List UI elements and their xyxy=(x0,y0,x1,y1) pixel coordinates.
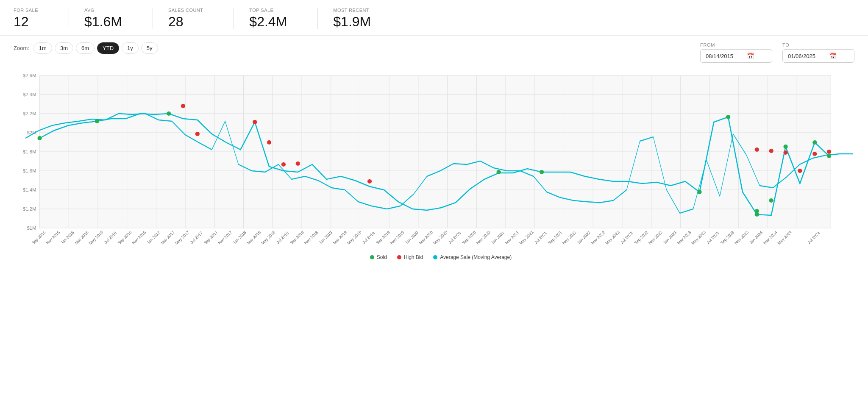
zoom-btn-3m[interactable]: 3m xyxy=(55,42,73,54)
zoom-btn-1y[interactable]: 1y xyxy=(122,42,139,54)
svg-point-54 xyxy=(726,115,730,119)
svg-point-73 xyxy=(827,150,831,154)
svg-point-71 xyxy=(798,169,802,173)
stat-for-sale: FOR SALE 12 xyxy=(14,8,53,29)
most-recent-value: $1.9M xyxy=(333,14,371,29)
svg-text:Jul 2022: Jul 2022 xyxy=(620,231,634,245)
svg-text:May 2017: May 2017 xyxy=(174,230,190,245)
svg-text:$2.4M: $2.4M xyxy=(23,92,36,97)
svg-text:Jan 2021: Jan 2021 xyxy=(490,230,505,245)
svg-text:Mar 2024: Mar 2024 xyxy=(762,230,778,245)
svg-point-53 xyxy=(697,190,701,194)
zoom-btn-1m[interactable]: 1m xyxy=(33,42,52,54)
svg-text:May 2024: May 2024 xyxy=(776,230,793,246)
svg-text:$1.8M: $1.8M xyxy=(23,149,36,154)
svg-text:Jan 2018: Jan 2018 xyxy=(232,230,247,245)
for-sale-label: FOR SALE xyxy=(14,8,38,13)
stat-divider-3 xyxy=(234,8,234,29)
svg-text:Nov 2017: Nov 2017 xyxy=(217,230,233,245)
date-range-group: FROM 08/14/2015 📅 TO 01/06/2025 📅 xyxy=(700,42,854,63)
from-date-input[interactable]: 08/14/2015 📅 xyxy=(700,49,772,63)
svg-text:May 2023: May 2023 xyxy=(690,230,707,245)
svg-text:Jan 2016: Jan 2016 xyxy=(60,230,75,245)
svg-text:$1.6M: $1.6M xyxy=(23,168,36,173)
svg-point-51 xyxy=(496,170,501,174)
to-label: TO xyxy=(782,42,854,47)
svg-point-58 xyxy=(783,145,787,149)
svg-text:Jul 2019: Jul 2019 xyxy=(362,231,376,245)
svg-text:Jan 2020: Jan 2020 xyxy=(404,230,419,245)
svg-text:Jan 2023: Jan 2023 xyxy=(662,230,677,245)
svg-point-67 xyxy=(367,179,372,184)
top-sale-value: $2.4M xyxy=(249,14,287,29)
for-sale-value: 12 xyxy=(14,14,38,29)
svg-text:$2.2M: $2.2M xyxy=(23,111,36,116)
svg-text:Mar 2020: Mar 2020 xyxy=(418,230,434,245)
from-date-field: FROM 08/14/2015 📅 xyxy=(700,42,772,63)
svg-text:May 2022: May 2022 xyxy=(604,230,620,245)
from-calendar-icon: 📅 xyxy=(747,53,754,59)
chart-container: $2.6M $2.4M $2.2M $2M $1.8M $1.6M $1.4M … xyxy=(14,71,861,249)
svg-text:Nov 2022: Nov 2022 xyxy=(648,230,663,245)
stat-avg: AVG $1.6M xyxy=(84,8,137,29)
svg-text:Jul 2024: Jul 2024 xyxy=(807,231,821,245)
zoom-label: Zoom: xyxy=(14,45,29,51)
svg-text:Jul 2021: Jul 2021 xyxy=(534,231,548,245)
chart-area: $2.6M $2.4M $2.2M $2M $1.8M $1.6M $1.4M … xyxy=(0,63,868,268)
svg-point-60 xyxy=(827,154,831,158)
sales-count-value: 28 xyxy=(168,14,203,29)
svg-text:Sep 2018: Sep 2018 xyxy=(289,230,305,245)
svg-text:Jul 2020: Jul 2020 xyxy=(448,231,462,245)
svg-text:Mar 2022: Mar 2022 xyxy=(590,230,606,245)
svg-point-52 xyxy=(540,170,544,174)
to-date-input[interactable]: 01/06/2025 📅 xyxy=(782,49,854,63)
svg-text:May 2016: May 2016 xyxy=(88,230,104,245)
svg-text:Nov 2015: Nov 2015 xyxy=(45,230,61,245)
svg-point-59 xyxy=(812,140,817,145)
svg-text:Jan 2017: Jan 2017 xyxy=(146,230,161,245)
svg-point-72 xyxy=(812,152,817,156)
to-date-field: TO 01/06/2025 📅 xyxy=(782,42,854,63)
zoom-btn-ytd[interactable]: YTD xyxy=(97,42,119,54)
svg-point-48 xyxy=(95,119,99,123)
svg-point-70 xyxy=(783,150,787,155)
stat-divider-2 xyxy=(153,8,153,29)
svg-text:Jul 2017: Jul 2017 xyxy=(189,231,203,245)
avg-value: $1.6M xyxy=(84,14,122,29)
svg-text:Jan 2022: Jan 2022 xyxy=(576,230,591,245)
svg-text:Sep 2017: Sep 2017 xyxy=(203,230,219,245)
svg-text:$1.2M: $1.2M xyxy=(23,206,36,211)
svg-point-62 xyxy=(195,132,200,136)
top-stats-bar: FOR SALE 12 AVG $1.6M SALES COUNT 28 TOP… xyxy=(0,0,868,36)
svg-point-65 xyxy=(281,162,286,167)
svg-text:Nov 2019: Nov 2019 xyxy=(389,230,405,245)
svg-point-47 xyxy=(37,136,42,140)
from-label: FROM xyxy=(700,42,772,47)
svg-text:Sep 2023: Sep 2023 xyxy=(719,230,735,245)
svg-text:$1.4M: $1.4M xyxy=(23,187,36,192)
svg-text:$2.6M: $2.6M xyxy=(23,73,36,78)
svg-text:$1M: $1M xyxy=(27,225,36,231)
svg-text:Nov 2018: Nov 2018 xyxy=(303,230,319,245)
to-date-value: 01/06/2025 xyxy=(788,53,815,59)
legend-avg: Average Sale (Moving Average) xyxy=(433,254,512,260)
most-recent-label: MOST RECENT xyxy=(333,8,371,13)
svg-text:Nov 2023: Nov 2023 xyxy=(734,230,749,245)
svg-text:Mar 2018: Mar 2018 xyxy=(246,230,262,245)
chart-svg: $2.6M $2.4M $2.2M $2M $1.8M $1.6M $1.4M … xyxy=(14,71,861,249)
to-calendar-icon: 📅 xyxy=(829,53,836,59)
svg-point-63 xyxy=(253,120,257,124)
svg-text:Sep 2022: Sep 2022 xyxy=(633,230,649,245)
legend-high-bid: High Bid xyxy=(397,254,423,260)
svg-text:May 2019: May 2019 xyxy=(346,230,362,245)
svg-text:Jul 2023: Jul 2023 xyxy=(706,231,720,245)
zoom-btn-5y[interactable]: 5y xyxy=(141,42,158,54)
svg-text:May 2018: May 2018 xyxy=(260,230,276,245)
svg-text:Mar 2021: Mar 2021 xyxy=(504,230,520,245)
svg-point-69 xyxy=(769,149,773,153)
sales-count-label: SALES COUNT xyxy=(168,8,203,13)
svg-point-66 xyxy=(296,161,300,166)
zoom-btn-6m[interactable]: 6m xyxy=(76,42,95,54)
top-sale-label: TOP SALE xyxy=(249,8,287,13)
svg-point-56 xyxy=(755,212,759,217)
